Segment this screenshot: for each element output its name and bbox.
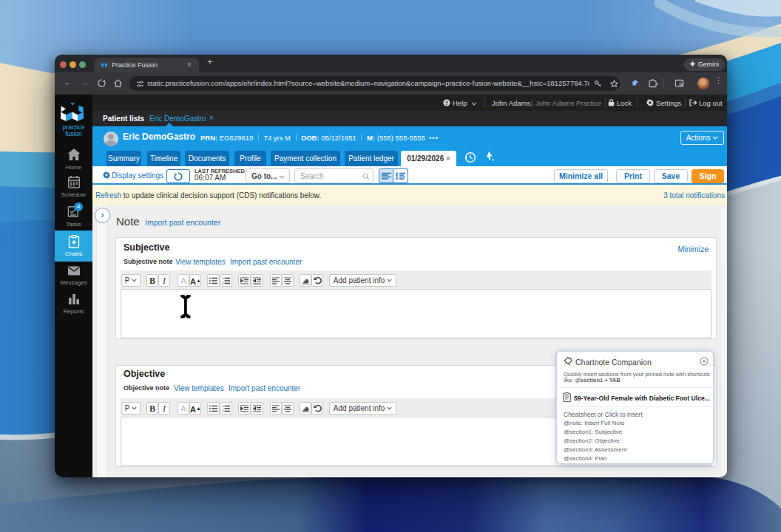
svg-text:?: ? bbox=[445, 100, 448, 106]
svg-text:1: 1 bbox=[222, 277, 224, 280]
svg-text:2: 2 bbox=[222, 409, 224, 412]
svg-text:2: 2 bbox=[222, 282, 224, 284]
svg-text:1: 1 bbox=[222, 405, 224, 408]
